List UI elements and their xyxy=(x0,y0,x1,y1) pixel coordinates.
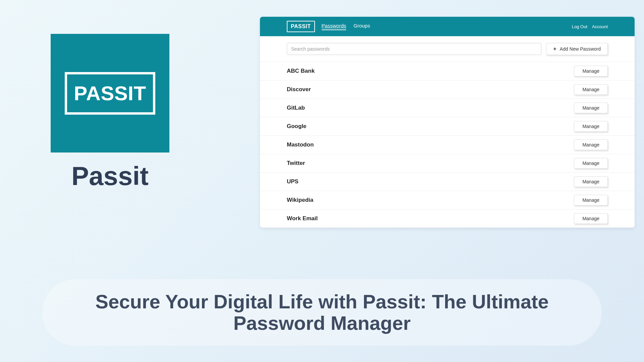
branding-logo-frame: PASSIT xyxy=(65,72,155,115)
password-row: Twitter Manage xyxy=(260,154,635,172)
password-name: Work Email xyxy=(287,215,318,222)
password-row: UPS Manage xyxy=(260,172,635,191)
password-name: ABC Bank xyxy=(287,68,315,74)
toolbar: + Add New Password xyxy=(260,36,635,62)
nav-links: Passwords Groups xyxy=(322,23,370,30)
password-name: GitLab xyxy=(287,105,305,111)
password-list: ABC Bank Manage Discover Manage GitLab M… xyxy=(260,62,635,228)
account-link[interactable]: Account xyxy=(592,24,608,29)
plus-icon: + xyxy=(553,46,556,52)
password-row: Discover Manage xyxy=(260,80,635,99)
logout-link[interactable]: Log Out xyxy=(572,24,587,29)
password-row: Mastodon Manage xyxy=(260,135,635,154)
app-window: PASSIT Passwords Groups Log Out Account … xyxy=(260,17,635,228)
manage-button[interactable]: Manage xyxy=(574,121,608,132)
header-right: Log Out Account xyxy=(572,24,608,29)
nav-link-passwords[interactable]: Passwords xyxy=(322,23,346,30)
tagline-pill: Secure Your Digital Life with Passit: Th… xyxy=(42,279,602,346)
branding-section: PASSIT Passit xyxy=(51,34,169,191)
add-password-button[interactable]: + Add New Password xyxy=(546,43,608,55)
branding-title: Passit xyxy=(71,161,149,191)
manage-button[interactable]: Manage xyxy=(574,213,608,224)
branding-logo-text: PASSIT xyxy=(74,82,146,105)
nav-link-groups[interactable]: Groups xyxy=(354,23,370,30)
password-row: Wikipedia Manage xyxy=(260,191,635,209)
branding-logo-box: PASSIT xyxy=(51,34,169,153)
manage-button[interactable]: Manage xyxy=(574,139,608,150)
manage-button[interactable]: Manage xyxy=(574,66,608,76)
search-input[interactable] xyxy=(287,43,541,55)
app-logo-text: PASSIT xyxy=(291,23,311,29)
manage-button[interactable]: Manage xyxy=(574,195,608,205)
password-name: Google xyxy=(287,123,307,130)
app-header: PASSIT Passwords Groups Log Out Account xyxy=(260,17,635,36)
password-row: Work Email Manage xyxy=(260,209,635,228)
manage-button[interactable]: Manage xyxy=(574,158,608,169)
password-row: ABC Bank Manage xyxy=(260,62,635,80)
manage-button[interactable]: Manage xyxy=(574,103,608,113)
manage-button[interactable]: Manage xyxy=(574,84,608,95)
password-name: Twitter xyxy=(287,160,305,167)
tagline-text: Secure Your Digital Life with Passit: Th… xyxy=(69,291,575,334)
password-row: Google Manage xyxy=(260,117,635,135)
password-row: GitLab Manage xyxy=(260,99,635,117)
password-name: UPS xyxy=(287,178,299,185)
app-logo[interactable]: PASSIT xyxy=(287,21,315,32)
password-name: Mastodon xyxy=(287,141,314,148)
password-name: Wikipedia xyxy=(287,197,313,203)
manage-button[interactable]: Manage xyxy=(574,176,608,187)
password-name: Discover xyxy=(287,86,311,93)
add-button-label: Add New Password xyxy=(560,46,601,52)
